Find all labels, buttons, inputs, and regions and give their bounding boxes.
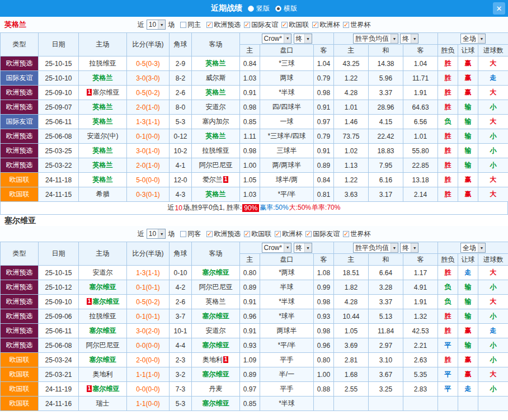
europe-odds-select[interactable]: 胜平负均值 ▼ (353, 34, 398, 44)
asia-away-odds-cell: 0.93 (314, 309, 334, 324)
europe-home-odds-cell: 1.01 (334, 100, 369, 115)
close-button[interactable]: ✕ (493, 2, 505, 15)
odds-time-select[interactable]: 终 ▼ (294, 243, 312, 253)
match-row: 欧国联24-11-15希腊0-3(0-1)4-3英格兰1.03*平/半0.813… (1, 187, 508, 202)
match-row: 国际友谊25-06-11英格兰1-3(1-1)5-3塞内加尔0.85一球0.97… (1, 115, 508, 129)
score-cell: 2-0(1-0) (127, 100, 170, 115)
select-value: 10 (149, 21, 156, 29)
team-name: 英格兰 (93, 161, 113, 169)
team-name: 塞内加尔 (203, 117, 229, 125)
match-count-select[interactable]: 10 ▼ (147, 229, 166, 239)
league-filter-checkbox[interactable]: ✓欧洲杯 (312, 20, 340, 30)
asia-away-odds-cell: 0.80 (314, 353, 334, 367)
handicap-result-cell: 输 (458, 158, 478, 173)
europe-time-select[interactable]: 终 ▼ (400, 243, 418, 253)
asia-home-odds-cell: 0.84 (240, 56, 260, 71)
asia-odds-header: Crow* ▼ 终 ▼ (240, 242, 334, 254)
same-venue-checkbox[interactable]: 同主 (180, 20, 201, 30)
league-filter-checkbox[interactable]: ✓欧洲预选 (206, 229, 241, 239)
team-name: 塞尔维亚 (90, 283, 116, 291)
titlebar: 近期战绩 竖版 横版 ✕ (0, 0, 508, 17)
europe-draw-odds-cell: 3.25 (369, 382, 403, 397)
select-value: Crow* (264, 35, 283, 43)
score-cell: 0-5(0-3) (127, 56, 170, 71)
europe-away-odds-cell: 1.91 (403, 86, 438, 100)
scope-select[interactable]: 全场 ▼ (460, 243, 486, 253)
europe-time-select[interactable]: 终 ▼ (400, 34, 418, 44)
goals-result-cell: 大 (478, 115, 508, 129)
col-header-result: 胜负 (438, 254, 458, 266)
match-count-select[interactable]: 10 ▼ (147, 20, 166, 30)
league-filter-checkbox[interactable]: ✓世界杯 (343, 20, 370, 30)
home-team-cell: 安道尔(中) (79, 129, 127, 144)
date-cell: 25-09-10 (39, 295, 79, 309)
odds-company-select[interactable]: Crow* ▼ (262, 243, 292, 253)
match-row: 欧国联24-11-18英格兰5-0(0-0)12-0爱尔兰11.05球半/两0.… (1, 173, 508, 187)
asia-away-odds-cell: 0.98 (314, 86, 334, 100)
date-cell: 25-03-24 (39, 353, 79, 367)
asia-away-odds-cell: 0.91 (314, 144, 334, 158)
goals-result-cell: 走 (478, 71, 508, 86)
league-filter-checkbox[interactable]: ✓欧国联 (281, 20, 309, 30)
europe-draw-odds-cell: 7.95 (369, 158, 403, 173)
europe-home-odds-cell: 18.51 (334, 266, 369, 280)
dropdown-arrow-icon: ▼ (391, 34, 398, 43)
europe-away-odds-cell: 2.14 (403, 187, 438, 202)
team-name: 英格兰 (206, 298, 226, 305)
europe-away-odds-cell: 55.80 (403, 144, 438, 158)
scope-select[interactable]: 全场 ▼ (460, 34, 486, 44)
league-filter-checkbox[interactable]: ✓国际友谊 (244, 20, 278, 30)
result-cell (438, 397, 458, 411)
league-filter-checkbox[interactable]: ✓欧洲杯 (275, 229, 302, 239)
league-filter-checkbox[interactable]: ✓国际友谊 (305, 229, 340, 239)
asia-away-odds-cell: 0.98 (314, 295, 334, 309)
home-team-cell: 塞尔维亚 (79, 353, 127, 367)
handicap-cell: 球半/两 (260, 173, 314, 187)
europe-home-odds-cell: 1.05 (334, 324, 369, 338)
summary-part: 赢率:50% (260, 203, 288, 213)
handicap-result-cell: 赢 (458, 71, 478, 86)
away-team-cell: 拉脱维亚 (192, 144, 240, 158)
league-type-badge: 欧国联 (1, 353, 39, 367)
asia-home-odds-cell: 0.85 (240, 115, 260, 129)
asia-home-odds-cell: 0.98 (240, 144, 260, 158)
odds-time-select[interactable]: 终 ▼ (294, 34, 312, 44)
col-header-date: 日期 (39, 242, 79, 266)
team-name: 英格兰 (206, 88, 226, 96)
europe-odds-select[interactable]: 胜平负均值 ▼ (353, 243, 398, 253)
same-venue-checkbox[interactable]: 同客 (180, 229, 201, 239)
score-cell: 0-1(0-1) (127, 280, 170, 295)
league-filter-checkbox[interactable]: ✓世界杯 (343, 229, 370, 239)
score-cell: 2-0(0-0) (127, 353, 170, 367)
result-cell: 负 (438, 280, 458, 295)
dropdown-arrow-icon: ▼ (304, 243, 312, 252)
home-team-cell: 1塞尔维亚 (79, 382, 127, 397)
layout-radio-vertical[interactable]: 竖版 (248, 4, 270, 13)
corner-cell: 7-3 (170, 382, 192, 397)
odds-company-select[interactable]: Crow* ▼ (262, 34, 292, 44)
checkbox-checked-icon: ✓ (275, 231, 281, 237)
col-header-goals: 进球数 (478, 254, 508, 266)
league-filter-checkbox[interactable]: ✓欧国联 (244, 229, 271, 239)
england-results-table: 类型 日期 主场 比分(半场) 角球 客场 Crow* ▼ 终 ▼ (0, 32, 508, 202)
checkbox-checked-icon: ✓ (206, 22, 213, 28)
league-filter-label: 世界杯 (350, 229, 370, 239)
result-cell: 胜 (438, 100, 458, 115)
europe-home-odds-cell: 73.75 (334, 129, 369, 144)
date-cell: 25-09-06 (39, 309, 79, 324)
league-filter-label: 国际友谊 (313, 229, 340, 239)
europe-draw-odds-cell: 5.13 (369, 309, 403, 324)
games-label: 场 (168, 20, 175, 30)
handicap-result-cell: 赢 (458, 324, 478, 338)
europe-draw-odds-cell: 5.96 (369, 71, 403, 86)
checkbox-checked-icon: ✓ (312, 22, 318, 28)
layout-radio-horizontal[interactable]: 横版 (275, 4, 297, 13)
league-filter-checkbox[interactable]: ✓欧洲预选 (206, 20, 241, 30)
col-header-asia-away: 客 (314, 254, 334, 266)
team-name: 安道尔(中) (87, 132, 119, 140)
goals-result-cell: 大 (478, 295, 508, 309)
corner-cell: 0-12 (170, 129, 192, 144)
europe-home-odds-cell: 1.02 (334, 144, 369, 158)
team-name: 瑞士 (96, 399, 110, 407)
match-row: 欧洲预选25-10-15安道尔1-3(1-1)0-10塞尔维亚0.80*两球1.… (1, 266, 508, 280)
